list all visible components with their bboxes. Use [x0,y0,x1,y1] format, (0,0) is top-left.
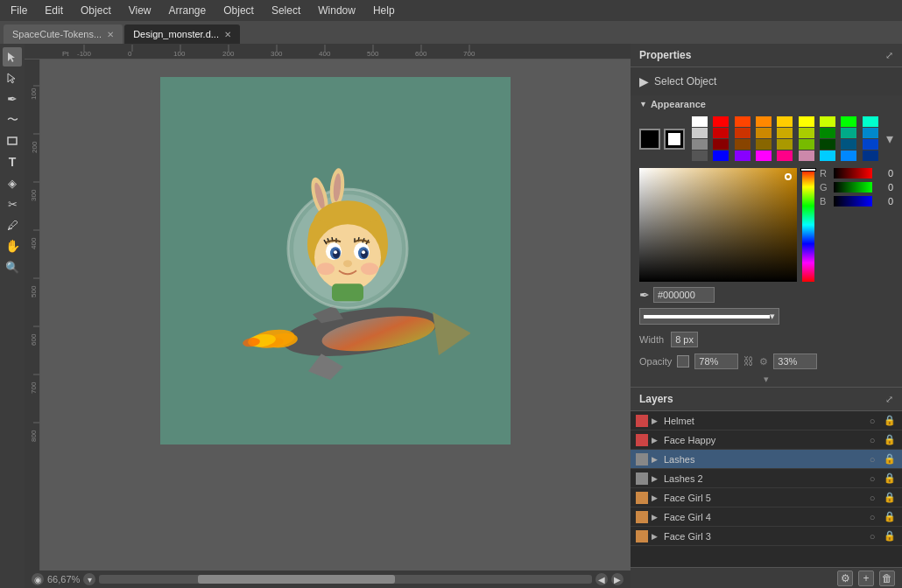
b-bar[interactable] [834,196,872,206]
tool-gradient[interactable]: ◈ [3,173,22,192]
tool-zoom[interactable]: 🔍 [3,257,22,276]
layer-lock-icon[interactable]: 🔒 [883,530,897,542]
color-swatch-cell[interactable] [863,128,878,138]
tool-select[interactable] [3,47,22,66]
menu-view[interactable]: View [125,3,155,18]
layer-item[interactable]: ▶ Face Girl 4 ○ 🔒 [631,508,902,527]
scroll-right[interactable]: ▶ [611,573,624,585]
layer-visibility-icon[interactable]: ○ [865,454,879,465]
layer-expand-arrow[interactable]: ▶ [652,474,660,483]
color-swatch-cell[interactable] [799,150,814,161]
color-swatch-cell[interactable] [735,116,750,127]
color-swatch-cell[interactable] [820,150,835,161]
opacity-input2[interactable] [773,354,817,369]
tab-spacecute[interactable]: SpaceCute-Tokens... ✕ [4,24,123,44]
tool-rectangle[interactable] [3,131,22,150]
color-swatch-cell[interactable] [863,116,878,127]
r-bar[interactable] [834,168,872,178]
layer-visibility-icon[interactable]: ○ [865,512,879,522]
color-swatch-cell[interactable] [692,139,708,150]
color-swatch-cell[interactable] [692,116,708,127]
color-swatch-cell[interactable] [713,116,729,127]
layer-expand-arrow[interactable]: ▶ [652,532,660,541]
color-swatch-cell[interactable] [777,139,793,150]
layer-item[interactable]: ▶ Face Girl 5 ○ 🔒 [631,488,902,508]
menu-window[interactable]: Window [314,3,359,18]
layer-lock-icon[interactable]: 🔒 [883,472,897,484]
tab-spacecute-close[interactable]: ✕ [107,30,114,39]
g-bar[interactable] [834,182,872,192]
canvas-content[interactable] [160,77,511,444]
opacity-input[interactable] [694,354,738,369]
tool-hand[interactable]: ✋ [3,236,22,256]
layer-lock-icon[interactable]: 🔒 [883,434,897,445]
layer-expand-arrow[interactable]: ▶ [652,436,660,444]
stroke-dropdown[interactable]: ▾ [639,308,779,325]
color-swatch-cell[interactable] [735,128,750,138]
layer-expand-arrow[interactable]: ▶ [652,494,660,502]
color-swatch-cell[interactable] [799,116,814,127]
tool-eyedropper[interactable]: 🖊 [3,215,22,234]
horizontal-scrollbar[interactable] [99,575,592,584]
hex-input[interactable] [653,287,715,303]
menu-select[interactable]: Select [268,3,304,18]
layer-item[interactable]: ▶ Lashes ○ 🔒 [631,450,902,469]
color-swatch-cell[interactable] [756,150,772,161]
menu-arrange[interactable]: Arrange [166,3,210,18]
color-swatch-cell[interactable] [713,128,729,138]
layer-visibility-icon[interactable]: ○ [865,435,879,445]
stroke-swatch[interactable] [664,129,685,150]
eyedropper-icon[interactable]: ✒ [639,288,650,302]
layer-visibility-icon[interactable]: ○ [865,416,879,426]
color-swatch-cell[interactable] [820,139,835,150]
tab-design-monster-close[interactable]: ✕ [224,30,231,39]
layer-visibility-icon[interactable]: ○ [865,531,879,542]
tool-curvature[interactable]: 〜 [3,110,22,130]
color-swatch-cell[interactable] [735,139,750,150]
properties-expand-icon[interactable]: ⤢ [885,50,893,61]
color-swatch-cell[interactable] [713,150,729,161]
canvas-container[interactable] [40,60,631,570]
color-swatch-cell[interactable] [820,116,835,127]
hue-slider[interactable] [802,168,814,282]
layer-expand-arrow[interactable]: ▶ [652,416,660,425]
color-swatch-cell[interactable] [735,150,750,161]
layer-item[interactable]: ▶ Face Girl 3 ○ 🔒 [631,527,902,546]
layer-expand-arrow[interactable]: ▶ [652,513,660,522]
tool-type[interactable]: T [3,152,22,172]
menu-object[interactable]: Object [77,3,115,18]
layer-expand-arrow[interactable]: ▶ [652,455,660,464]
layer-lock-icon[interactable]: 🔒 [883,492,897,503]
menu-object2[interactable]: Object [220,3,257,18]
color-swatch-cell[interactable] [692,150,708,161]
scroll-left[interactable]: ◀ [595,573,608,585]
layer-item[interactable]: ▶ Face Happy ○ 🔒 [631,430,902,450]
color-swatch-cell[interactable] [820,128,835,138]
color-swatch-cell[interactable] [777,128,793,138]
zoom-out-button[interactable]: ◉ [32,573,44,585]
layers-expand-icon[interactable]: ⤢ [885,394,893,405]
layer-item[interactable]: ▶ Lashes 2 ○ 🔒 [631,469,902,488]
color-swatch-cell[interactable] [863,139,878,150]
appearance-header[interactable]: ▼ Appearance [631,95,902,113]
layers-delete-button[interactable]: 🗑 [879,570,895,586]
color-swatch-cell[interactable] [692,128,708,138]
layer-item[interactable]: ▶ Helmet ○ 🔒 [631,411,902,430]
tool-pen[interactable]: ✒ [3,89,22,108]
tab-design-monster[interactable]: Design_monster.d... ✕ [124,24,240,44]
color-swatch-cell[interactable] [863,150,878,161]
color-swatch-cell[interactable] [713,139,729,150]
tool-scissors[interactable]: ✂ [3,194,22,214]
color-swatch-cell[interactable] [841,139,856,150]
appearance-expand-btn[interactable]: ▾ [760,374,772,384]
scrollbar-thumb[interactable] [198,575,395,584]
color-swatch-cell[interactable] [799,139,814,150]
color-swatch-cell[interactable] [777,150,793,161]
color-swatch-cell[interactable] [841,150,856,161]
color-swatch-cell[interactable] [841,116,856,127]
menu-edit[interactable]: Edit [41,3,67,18]
layers-settings-button[interactable]: ⚙ [837,570,853,586]
zoom-dropdown[interactable]: ▾ [83,573,95,585]
layer-visibility-icon[interactable]: ○ [865,473,879,484]
tool-direct-select[interactable] [3,68,22,88]
